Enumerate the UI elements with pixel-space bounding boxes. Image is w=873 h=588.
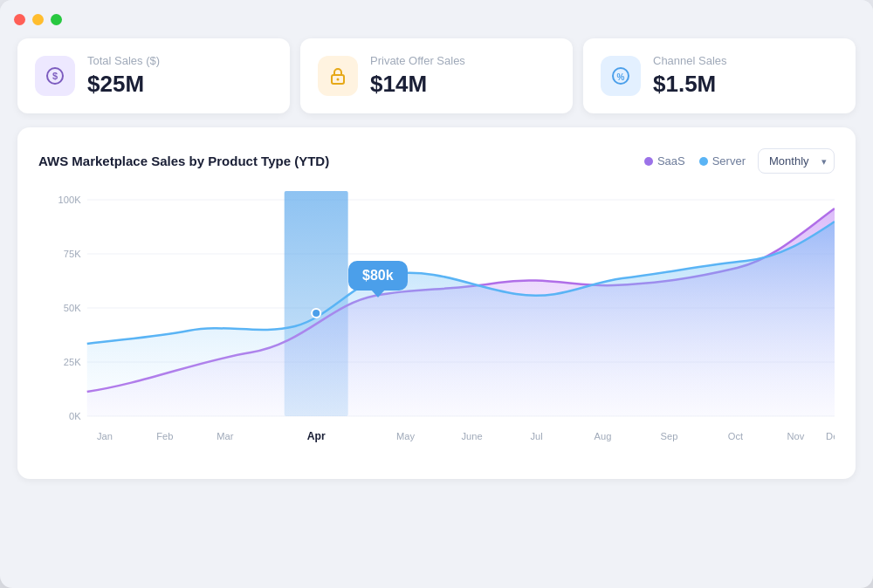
svg-text:75K: 75K [64,249,81,259]
tooltip-value: $80k [348,261,408,291]
svg-text:Aug: Aug [595,431,612,441]
legend-saas: SaaS [644,154,685,168]
kpi-card-total-sales-info: Total Sales ($) $25M [87,54,160,98]
private-offer-value: $14M [370,71,465,98]
app-window: $ Total Sales ($) $25M [0,0,873,588]
total-sales-value: $25M [87,71,160,98]
chart-header: AWS Marketplace Sales by Product Type (Y… [38,148,835,174]
server-dot [699,157,708,166]
svg-text:May: May [396,431,416,441]
period-select[interactable]: Monthly Weekly Daily [758,148,835,174]
chart-svg: 100K 75K 50K 25K 0K Jan [38,191,835,462]
svg-text:%: % [617,72,625,82]
chart-card: AWS Marketplace Sales by Product Type (Y… [17,127,856,479]
svg-text:Feb: Feb [156,431,173,441]
svg-text:Oct: Oct [728,431,743,441]
svg-text:Sep: Sep [661,431,678,441]
svg-text:0K: 0K [69,411,81,421]
svg-text:June: June [461,431,482,441]
kpi-card-private-offer: Private Offer Sales $14M [300,38,573,113]
channel-sales-label: Channel Sales [653,54,727,67]
title-bar [0,0,873,38]
svg-text:Mar: Mar [217,431,233,441]
saas-dot [644,157,653,166]
kpi-card-private-offer-info: Private Offer Sales $14M [370,54,465,98]
channel-sales-icon: % [601,56,641,96]
chart-legend: SaaS Server [644,154,746,168]
kpi-row: $ Total Sales ($) $25M [17,38,856,113]
period-select-wrapper[interactable]: Monthly Weekly Daily [758,148,835,174]
total-sales-icon: $ [35,56,75,96]
svg-text:Apr: Apr [307,430,326,442]
private-offer-label: Private Offer Sales [370,54,465,67]
legend-server: Server [699,154,746,168]
svg-text:Jul: Jul [530,431,542,441]
close-button[interactable] [14,14,25,25]
private-offer-icon [318,56,358,96]
svg-point-17 [312,309,320,318]
maximize-button[interactable] [51,14,62,25]
chart-area: 100K 75K 50K 25K 0K Jan [38,191,835,465]
svg-text:100K: 100K [58,195,82,205]
svg-text:Nov: Nov [787,431,805,441]
chart-title: AWS Marketplace Sales by Product Type (Y… [38,154,644,168]
svg-text:Jan: Jan [97,431,113,441]
minimize-button[interactable] [32,14,44,25]
saas-label: SaaS [657,154,685,168]
kpi-card-channel-sales: % Channel Sales $1.5M [583,38,856,113]
svg-text:$: $ [52,71,58,81]
svg-text:25K: 25K [64,357,81,367]
svg-point-3 [337,79,340,81]
main-content: $ Total Sales ($) $25M [0,38,873,496]
kpi-card-channel-sales-info: Channel Sales $1.5M [653,54,727,98]
svg-text:Dec: Dec [826,431,835,441]
svg-text:50K: 50K [64,303,81,313]
kpi-card-total-sales: $ Total Sales ($) $25M [17,38,290,113]
channel-sales-value: $1.5M [653,71,727,98]
server-label: Server [712,154,746,168]
total-sales-label: Total Sales ($) [87,54,160,67]
